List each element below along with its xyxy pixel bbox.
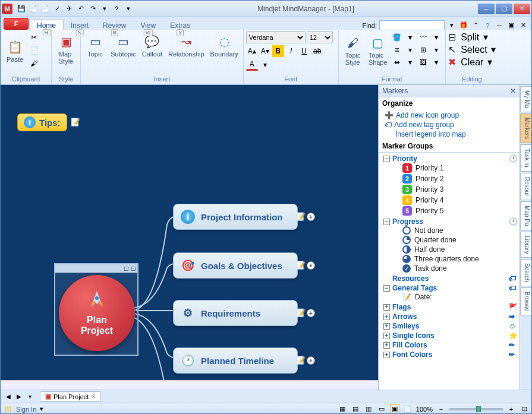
topic-style-button[interactable]: 🖌Topic Style	[341, 33, 365, 67]
close-tab-icon[interactable]: ✕	[91, 393, 96, 400]
layout-button[interactable]: ⊞	[417, 44, 429, 56]
expand-icon[interactable]: +	[383, 323, 390, 330]
fit-icon[interactable]: ⊡	[520, 404, 529, 414]
selection-handle[interactable]: ▢ ▢	[55, 264, 137, 273]
expand-icon[interactable]: +	[307, 309, 315, 317]
qat-more2[interactable]: ▾	[123, 4, 134, 14]
expand-icon[interactable]: +	[383, 304, 390, 311]
min-doc-icon[interactable]: ─	[495, 21, 504, 30]
find-dropdown[interactable]: ▾	[447, 21, 457, 30]
mindmap-canvas[interactable]: i Tips: 📝 ▢ ▢ Plan Project i Project Inf…	[1, 85, 378, 380]
tab-nav-prev[interactable]: ◀	[3, 392, 14, 402]
qat-undo[interactable]: ↶	[75, 4, 86, 14]
align-button[interactable]: ≡	[391, 44, 403, 56]
doc-tab[interactable]: ▣ Plan Project ✕	[40, 391, 101, 402]
topic-goals[interactable]: 🎯 Goals & Objectives 📝+	[173, 252, 298, 279]
collapse-icon[interactable]: −	[383, 156, 390, 162]
tab-extras[interactable]: ExtrasX	[163, 20, 197, 30]
expand-icon[interactable]: +	[307, 356, 315, 365]
marker-quarter[interactable]: Quarter done	[383, 235, 518, 245]
group-resources[interactable]: Resources🏷	[383, 274, 518, 283]
marker-priority-3[interactable]: 3Priority 3	[383, 184, 518, 195]
layout-drop[interactable]: ▾	[430, 44, 442, 56]
view-reader-icon[interactable]: 📄	[403, 404, 413, 414]
expand-icon[interactable]: +	[383, 333, 390, 339]
note-icon[interactable]: 📝	[296, 308, 306, 318]
side-tab-markers[interactable]: Markers	[520, 113, 531, 143]
strike-button[interactable]: ab	[311, 45, 323, 57]
side-tab-browse[interactable]: Browse	[520, 287, 531, 315]
font-color-drop[interactable]: ▾	[259, 59, 271, 71]
font-color-button[interactable]: A	[246, 59, 258, 71]
close-doc-icon[interactable]: ✕	[518, 21, 528, 30]
topic-button[interactable]: ▭Topic	[83, 31, 107, 59]
up-icon[interactable]: ⌃	[471, 21, 480, 30]
group-priority[interactable]: −Priority🕐	[383, 154, 518, 163]
qat-check[interactable]: ✓	[52, 4, 62, 14]
marker-priority-1[interactable]: 1Priority 1	[383, 163, 518, 173]
grow-font-button[interactable]: A▴	[246, 45, 258, 57]
zoom-slider[interactable]	[449, 408, 503, 410]
find-input[interactable]	[379, 20, 445, 30]
help-icon[interactable]: ?	[483, 21, 492, 30]
split-button[interactable]: ⊟ Split ▾	[448, 31, 496, 43]
boundary-button[interactable]: ◌Boundary	[208, 31, 241, 59]
group-general-tags[interactable]: −General Tags🏷	[383, 284, 518, 292]
qat-send[interactable]: ✈	[64, 4, 74, 14]
side-tab-mappa[interactable]: Map Pa	[520, 201, 531, 230]
tab-nav-list[interactable]: ▾	[24, 392, 35, 402]
marker-half[interactable]: Half done	[383, 245, 518, 254]
view-outline-icon[interactable]: ▤	[351, 404, 360, 414]
tab-review[interactable]: ReviewR	[96, 20, 133, 30]
grow-button[interactable]: ⬌	[391, 56, 403, 68]
signin-drop[interactable]: ▾	[40, 405, 43, 413]
restore-doc-icon[interactable]: ▣	[506, 21, 516, 30]
panel-close-icon[interactable]: ✕	[510, 87, 516, 95]
topic-project-info[interactable]: i Project Information 📝+	[173, 204, 298, 230]
qat-new[interactable]: 📄	[28, 4, 39, 14]
copy-button[interactable]: 📄	[28, 45, 40, 56]
font-family-select[interactable]: Verdana	[246, 31, 306, 43]
zoom-thumb[interactable]	[476, 406, 481, 412]
topic-requirements[interactable]: ⚙ Requirements 📝+	[173, 300, 298, 326]
line-button[interactable]: 〰	[417, 31, 429, 43]
side-tab-myma[interactable]: My Ma	[520, 86, 531, 112]
marker-not-done[interactable]: Not done	[383, 226, 518, 235]
underline-button[interactable]: U	[298, 45, 310, 57]
note-icon[interactable]: 📝	[71, 118, 80, 127]
view-slide-icon[interactable]: ▭	[377, 404, 386, 414]
fill-drop[interactable]: ▾	[404, 31, 416, 43]
group-flags[interactable]: +Flags🚩	[383, 303, 518, 311]
zoom-out-icon[interactable]: −	[436, 404, 446, 414]
view-map-icon[interactable]: ▦	[338, 404, 347, 414]
img-drop[interactable]: ▾	[430, 56, 442, 68]
side-tab-task[interactable]: Task In	[520, 144, 531, 172]
expand-icon[interactable]: +	[307, 213, 315, 221]
tab-nav-next[interactable]: ▶	[14, 392, 24, 402]
group-single-icons[interactable]: +Single Icons⭐	[383, 331, 518, 340]
marker-done[interactable]: ✓Task done	[383, 264, 518, 273]
collapse-icon[interactable]: −	[383, 285, 390, 292]
maximize-button[interactable]: ▢	[496, 4, 512, 14]
expand-icon[interactable]: +	[383, 314, 390, 320]
zoom-in-icon[interactable]: +	[506, 404, 516, 414]
note-icon[interactable]: 📝	[296, 356, 306, 365]
paste-button[interactable]: 📋Paste	[3, 37, 27, 64]
tab-insert[interactable]: InsertN	[64, 20, 96, 30]
marker-priority-2[interactable]: 2Priority 2	[383, 173, 518, 184]
font-size-select[interactable]: 12	[307, 31, 333, 43]
qat-help[interactable]: ?	[111, 4, 122, 14]
qat-more[interactable]: ▾	[99, 4, 110, 14]
marker-three-quarter[interactable]: Three quarters done	[383, 254, 518, 264]
img-button[interactable]: 🖼	[417, 56, 429, 68]
expand-icon[interactable]: +	[383, 352, 390, 358]
key-icon[interactable]: ⚿	[3, 404, 12, 414]
select-button[interactable]: ↖ Select ▾	[448, 44, 496, 55]
group-arrows[interactable]: +Arrows➡	[383, 312, 518, 321]
note-icon[interactable]: 📝	[296, 212, 306, 222]
relationship-button[interactable]: ↝Relationship	[166, 31, 207, 59]
topic-timeline[interactable]: 🕐 Planned Timeline 📝+	[173, 347, 298, 374]
topic-shape-button[interactable]: ▢Topic Shape	[366, 33, 390, 67]
gift-icon[interactable]: 🎁	[459, 21, 468, 30]
cut-button[interactable]: ✂	[28, 31, 40, 43]
